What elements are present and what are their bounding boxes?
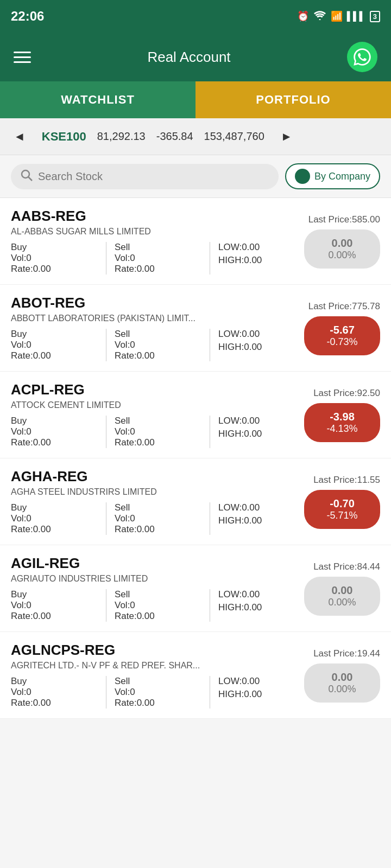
tab-portfolio[interactable]: PORTFOLIO — [195, 81, 391, 118]
divider2 — [210, 242, 210, 275]
stock-data-row: Buy Vol:0 Rate:0.00 Sell Vol:0 Rate:0.00… — [11, 676, 293, 709]
stock-item[interactable]: AGIL-REG AGRIAUTO INDUSTRIES LIMITED Buy… — [0, 545, 391, 632]
sell-rate: Rate:0.00 — [115, 698, 201, 709]
last-price: Last Price:11.55 — [313, 475, 380, 486]
price-change: 0.00 — [332, 671, 353, 684]
svg-line-1 — [29, 177, 33, 181]
stock-left: ACPL-REG ATTOCK CEMENT LIMITED Buy Vol:0… — [11, 381, 293, 448]
tab-watchlist[interactable]: WATCHLIST — [0, 81, 195, 118]
stock-high: HIGH:0.00 — [218, 515, 262, 526]
sell-rate: Rate:0.00 — [115, 611, 201, 622]
stock-item[interactable]: ACPL-REG ATTOCK CEMENT LIMITED Buy Vol:0… — [0, 372, 391, 458]
search-icon — [21, 169, 33, 184]
sell-vol: Vol:0 — [115, 340, 201, 350]
app-header: Real Account — [0, 33, 391, 81]
price-pct: 0.00% — [328, 684, 356, 695]
buy-rate: Rate:0.00 — [11, 437, 98, 448]
watchlist-tab-label: WATCHLIST — [61, 93, 135, 107]
price-change: -0.70 — [330, 497, 355, 510]
buy-vol: Vol:0 — [11, 513, 98, 524]
stock-left: ABOT-REG ABBOTT LABORATORIES (PAKISTAN) … — [11, 295, 293, 361]
stock-sell: Sell Vol:0 Rate:0.00 — [115, 676, 201, 709]
sell-label: Sell — [115, 416, 201, 426]
stock-sell: Sell Vol:0 Rate:0.00 — [115, 589, 201, 622]
last-price: Last Price:84.44 — [313, 561, 380, 572]
stock-high: HIGH:0.00 — [218, 429, 262, 439]
divider2 — [210, 329, 210, 361]
divider2 — [210, 676, 210, 709]
ticker-bar: ◄ KSE100 81,292.13 -365.84 153,487,760 ► — [0, 118, 391, 155]
sell-rate: Rate:0.00 — [115, 350, 201, 361]
stock-company: AGRITECH LTD.- N-V PF & RED PREF. SHAR..… — [11, 661, 293, 671]
stock-ticker: AGIL-REG — [11, 555, 293, 572]
divider1 — [106, 589, 106, 622]
stock-item[interactable]: ABOT-REG ABBOTT LABORATORIES (PAKISTAN) … — [0, 285, 391, 372]
tabs: WATCHLIST PORTFOLIO — [0, 81, 391, 118]
stock-item[interactable]: AGHA-REG AGHA STEEL INDUSTRIRS LIMITED B… — [0, 458, 391, 545]
stock-item[interactable]: AGLNCPS-REG AGRITECH LTD.- N-V PF & RED … — [0, 632, 391, 719]
stock-data-row: Buy Vol:0 Rate:0.00 Sell Vol:0 Rate:0.00… — [11, 589, 293, 622]
search-input[interactable] — [38, 170, 269, 183]
stock-data-row: Buy Vol:0 Rate:0.00 Sell Vol:0 Rate:0.00… — [11, 329, 293, 361]
stock-right: Last Price:84.44 0.00 0.00% — [293, 561, 380, 616]
price-pct: 0.00% — [328, 597, 356, 608]
toggle-label: By Company — [314, 171, 370, 182]
ticker-prev-arrow[interactable]: ◄ — [8, 127, 31, 146]
ticker-value: 81,292.13 — [97, 130, 146, 143]
stock-low: LOW:0.00 — [218, 589, 262, 600]
stock-data-row: Buy Vol:0 Rate:0.00 Sell Vol:0 Rate:0.00… — [11, 416, 293, 448]
price-badge: -5.67 -0.73% — [304, 316, 380, 355]
stock-low-high: LOW:0.00 HIGH:0.00 — [218, 242, 262, 266]
search-input-wrapper — [11, 164, 279, 189]
price-change: -3.98 — [330, 411, 355, 423]
buy-label: Buy — [11, 242, 98, 253]
stock-sell: Sell Vol:0 Rate:0.00 — [115, 502, 201, 535]
price-badge: 0.00 0.00% — [304, 577, 380, 616]
stock-buy: Buy Vol:0 Rate:0.00 — [11, 416, 98, 448]
stock-buy: Buy Vol:0 Rate:0.00 — [11, 676, 98, 709]
stock-list: AABS-REG AL-ABBAS SUGAR MILLS LIMITED Bu… — [0, 198, 391, 719]
stock-data-row: Buy Vol:0 Rate:0.00 Sell Vol:0 Rate:0.00… — [11, 502, 293, 535]
stock-ticker: AABS-REG — [11, 208, 293, 225]
price-pct: -0.73% — [326, 336, 357, 348]
svg-point-0 — [22, 170, 29, 178]
stock-high: HIGH:0.00 — [218, 255, 262, 266]
price-change: 0.00 — [332, 237, 353, 250]
stock-low-high: LOW:0.00 HIGH:0.00 — [218, 676, 262, 700]
buy-rate: Rate:0.00 — [11, 611, 98, 622]
stock-low-high: LOW:0.00 HIGH:0.00 — [218, 502, 262, 526]
divider2 — [210, 502, 210, 535]
stock-low-high: LOW:0.00 HIGH:0.00 — [218, 416, 262, 439]
price-pct: -4.13% — [326, 423, 357, 435]
hamburger-menu[interactable] — [14, 52, 31, 63]
signal2-icon: ▌▌▌ — [347, 11, 365, 21]
stock-buy: Buy Vol:0 Rate:0.00 — [11, 242, 98, 275]
toggle-circle — [295, 169, 310, 184]
price-pct: -5.71% — [326, 510, 357, 521]
ticker-next-arrow[interactable]: ► — [275, 127, 298, 146]
stock-company: AGRIAUTO INDUSTRIES LIMITED — [11, 574, 293, 584]
buy-label: Buy — [11, 676, 98, 687]
stock-low: LOW:0.00 — [218, 329, 262, 340]
price-badge: 0.00 0.00% — [304, 229, 380, 269]
sell-rate: Rate:0.00 — [115, 524, 201, 535]
sell-label: Sell — [115, 589, 201, 600]
ticker-volume: 153,487,760 — [204, 130, 264, 143]
buy-vol: Vol:0 — [11, 600, 98, 611]
price-change: -5.67 — [330, 324, 355, 336]
buy-vol: Vol:0 — [11, 340, 98, 350]
whatsapp-button[interactable] — [347, 42, 377, 72]
stock-buy: Buy Vol:0 Rate:0.00 — [11, 589, 98, 622]
sell-vol: Vol:0 — [115, 513, 201, 524]
by-company-toggle[interactable]: By Company — [285, 163, 380, 189]
sell-rate: Rate:0.00 — [115, 264, 201, 275]
stock-item[interactable]: AABS-REG AL-ABBAS SUGAR MILLS LIMITED Bu… — [0, 198, 391, 285]
price-badge: -0.70 -5.71% — [304, 490, 380, 529]
sell-vol: Vol:0 — [115, 600, 201, 611]
stock-left: AABS-REG AL-ABBAS SUGAR MILLS LIMITED Bu… — [11, 208, 293, 275]
stock-high: HIGH:0.00 — [218, 689, 262, 700]
status-icons: ⏰ 📶 ▌▌▌ 3 — [297, 10, 380, 23]
price-change: 0.00 — [332, 584, 353, 597]
buy-label: Buy — [11, 589, 98, 600]
stock-left: AGHA-REG AGHA STEEL INDUSTRIRS LIMITED B… — [11, 468, 293, 535]
